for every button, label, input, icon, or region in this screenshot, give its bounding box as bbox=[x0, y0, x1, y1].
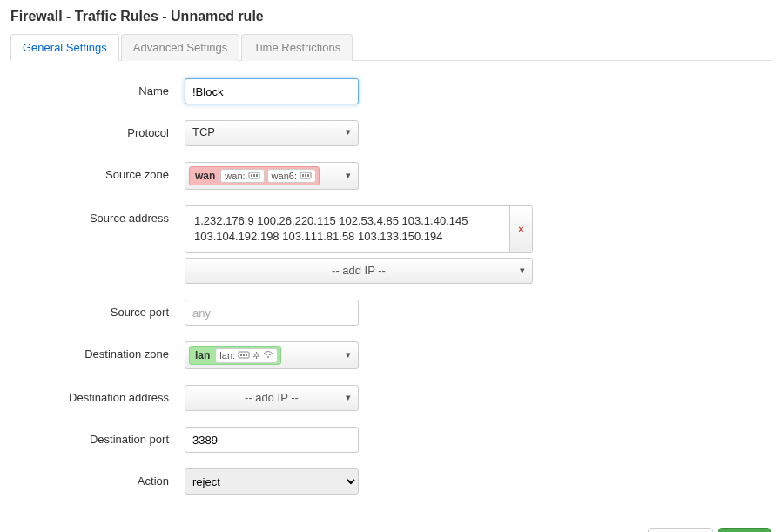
svg-rect-1 bbox=[251, 174, 252, 177]
ethernet-icon bbox=[248, 172, 260, 180]
zone-badge-wan: wan wan: wan6: bbox=[189, 166, 320, 185]
tab-bar: General Settings Advanced Settings Time … bbox=[10, 33, 771, 61]
destination-port-input[interactable] bbox=[185, 427, 359, 453]
tab-general-settings[interactable]: General Settings bbox=[10, 34, 119, 61]
ethernet-icon bbox=[238, 351, 250, 360]
svg-rect-11 bbox=[246, 354, 247, 356]
tab-time-restrictions[interactable]: Time Restrictions bbox=[241, 34, 353, 61]
label-source-zone: Source zone bbox=[10, 162, 185, 181]
label-name: Name bbox=[10, 78, 185, 98]
save-button[interactable]: Save bbox=[718, 528, 771, 532]
svg-rect-2 bbox=[253, 174, 255, 177]
iface-chip-wan: wan: bbox=[220, 169, 264, 183]
svg-point-12 bbox=[267, 356, 269, 358]
source-port-input[interactable] bbox=[185, 300, 359, 326]
tab-advanced-settings[interactable]: Advanced Settings bbox=[121, 34, 239, 61]
ethernet-icon bbox=[300, 172, 312, 180]
action-select[interactable]: reject bbox=[185, 468, 359, 495]
svg-rect-9 bbox=[240, 354, 242, 356]
zone-tag-wan: wan bbox=[192, 170, 218, 182]
label-source-port: Source port bbox=[10, 300, 185, 319]
remove-ip-button[interactable]: × bbox=[509, 206, 532, 252]
label-destination-port: Destination port bbox=[10, 427, 185, 446]
label-action: Action bbox=[10, 468, 185, 488]
wifi-icon bbox=[263, 350, 273, 360]
source-address-add-ip[interactable]: -- add IP -- bbox=[185, 258, 533, 284]
iface-chip-lan: lan: ✲ bbox=[215, 348, 278, 363]
label-destination-address: Destination address bbox=[10, 385, 185, 404]
source-address-value[interactable]: 1.232.176.9 100.26.220.115 102.53.4.85 1… bbox=[185, 206, 509, 252]
zone-badge-lan: lan lan: ✲ bbox=[189, 346, 281, 365]
zone-tag-lan: lan bbox=[192, 349, 212, 361]
svg-rect-7 bbox=[307, 174, 309, 177]
protocol-select[interactable]: TCP bbox=[185, 120, 359, 146]
destination-address-add-ip[interactable]: -- add IP -- bbox=[185, 385, 359, 411]
bridge-icon: ✲ bbox=[252, 350, 260, 361]
source-address-item: 1.232.176.9 100.26.220.115 102.53.4.85 1… bbox=[185, 205, 533, 253]
svg-rect-3 bbox=[256, 174, 258, 177]
form: Name Protocol TCP Source zone wan wan: bbox=[10, 61, 771, 495]
label-destination-zone: Destination zone bbox=[10, 341, 185, 360]
svg-rect-5 bbox=[302, 174, 304, 177]
name-input[interactable] bbox=[185, 78, 359, 104]
page-title: Firewall - Traffic Rules - Unnamed rule bbox=[10, 9, 771, 24]
svg-rect-10 bbox=[243, 354, 245, 356]
iface-chip-wan6: wan6: bbox=[267, 169, 316, 183]
dismiss-button[interactable]: Dismiss bbox=[648, 528, 714, 532]
label-source-address: Source address bbox=[10, 205, 185, 225]
source-zone-select[interactable]: wan wan: wan6: bbox=[185, 162, 359, 190]
source-address-list: 1.232.176.9 100.26.220.115 102.53.4.85 1… bbox=[185, 205, 533, 284]
svg-rect-6 bbox=[305, 174, 306, 177]
dialog-footer: Dismiss Save bbox=[10, 510, 771, 532]
label-protocol: Protocol bbox=[10, 120, 185, 139]
destination-zone-select[interactable]: lan lan: ✲ bbox=[185, 341, 359, 369]
